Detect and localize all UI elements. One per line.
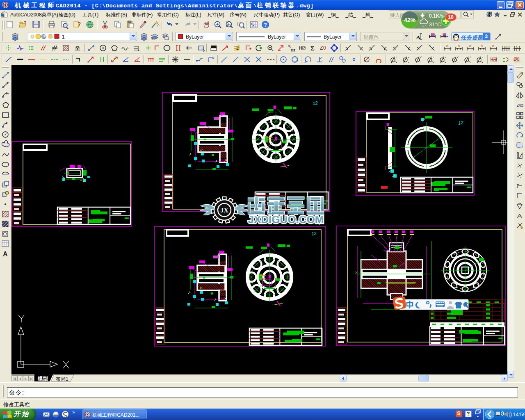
svg-text:42%: 42%	[404, 17, 416, 23]
svg-text:12: 12	[313, 100, 318, 106]
svg-text:Ø8: Ø8	[514, 57, 520, 62]
svg-text:12: 12	[458, 120, 464, 126]
svg-text:Z: Z	[320, 45, 323, 51]
svg-text:JX: JX	[220, 207, 228, 214]
svg-text:8: 8	[458, 44, 460, 48]
svg-text:?: ?	[264, 22, 267, 28]
svg-text:31°C: 31°C	[429, 21, 441, 27]
svg-text:8: 8	[492, 44, 494, 48]
svg-text:10: 10	[448, 14, 454, 20]
svg-text:A: A	[493, 58, 496, 62]
svg-text:JXDIGUO.COM: JXDIGUO.COM	[248, 213, 324, 226]
svg-text:8: 8	[446, 44, 448, 48]
svg-text:0: 0	[323, 45, 326, 51]
svg-text:8: 8	[469, 44, 471, 48]
svg-text:A: A	[3, 251, 8, 258]
svg-text:Σ: Σ	[310, 45, 315, 52]
svg-text:8: 8	[481, 44, 483, 48]
svg-text:12: 12	[311, 231, 317, 236]
